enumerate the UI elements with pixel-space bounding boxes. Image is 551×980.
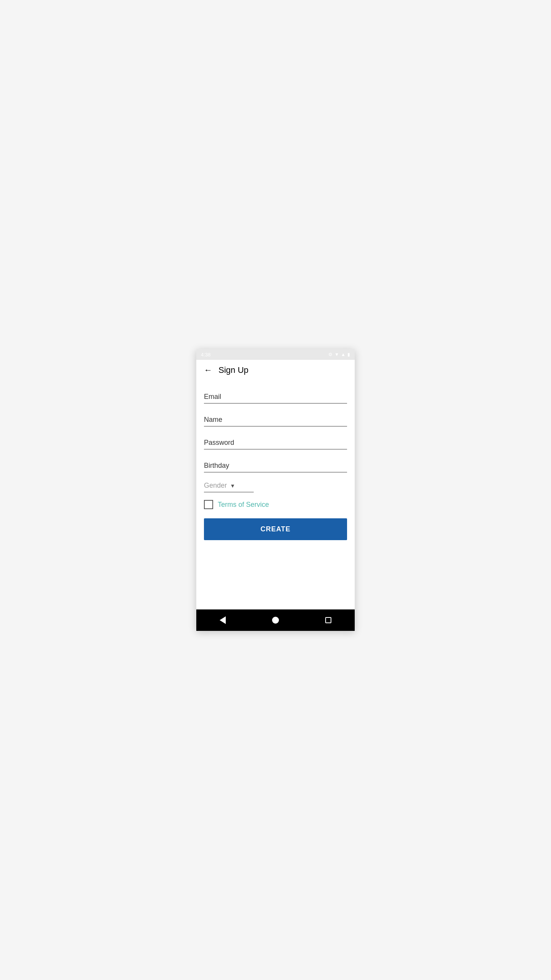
birthday-field-wrapper bbox=[204, 459, 347, 472]
nav-recents-icon bbox=[325, 617, 331, 623]
gender-dropdown-wrapper: Gender ▼ bbox=[204, 482, 347, 492]
nav-back-button[interactable] bbox=[220, 616, 226, 624]
gear-icon: ⚙ bbox=[328, 352, 333, 357]
back-button[interactable]: ← bbox=[202, 364, 214, 376]
signal-icon: ▲ bbox=[341, 352, 346, 357]
email-field-wrapper bbox=[204, 390, 347, 403]
nav-home-icon bbox=[272, 617, 279, 624]
page-title: Sign Up bbox=[218, 365, 248, 375]
app-bar: ← Sign Up bbox=[196, 360, 355, 381]
password-input[interactable] bbox=[204, 436, 347, 449]
tos-row: Terms of Service bbox=[204, 500, 347, 509]
status-icons: ⚙ ▼ ▲ ▮ bbox=[328, 352, 350, 357]
status-bar: 4:38 ⚙ ▼ ▲ ▮ bbox=[196, 349, 355, 360]
email-input[interactable] bbox=[204, 390, 347, 403]
nav-back-icon bbox=[220, 616, 226, 624]
gender-label: Gender bbox=[204, 482, 227, 490]
nav-recents-button[interactable] bbox=[325, 617, 331, 623]
chevron-down-icon: ▼ bbox=[230, 483, 235, 489]
name-input[interactable] bbox=[204, 413, 347, 426]
battery-icon: ▮ bbox=[347, 352, 350, 357]
bottom-nav-bar bbox=[196, 609, 355, 631]
phone-frame: 4:38 ⚙ ▼ ▲ ▮ ← Sign Up bbox=[196, 349, 355, 631]
status-time: 4:38 bbox=[201, 352, 210, 358]
create-button[interactable]: CREATE bbox=[204, 518, 347, 540]
form-container: Gender ▼ Terms of Service CREATE bbox=[196, 381, 355, 609]
nav-home-button[interactable] bbox=[272, 617, 279, 624]
gender-select[interactable]: Gender ▼ bbox=[204, 482, 254, 492]
tos-checkbox[interactable] bbox=[204, 500, 213, 509]
back-arrow-icon: ← bbox=[204, 366, 212, 374]
password-field-wrapper bbox=[204, 436, 347, 449]
wifi-icon: ▼ bbox=[334, 352, 339, 357]
birthday-input[interactable] bbox=[204, 459, 347, 472]
name-field-wrapper bbox=[204, 413, 347, 426]
tos-link[interactable]: Terms of Service bbox=[218, 501, 269, 509]
